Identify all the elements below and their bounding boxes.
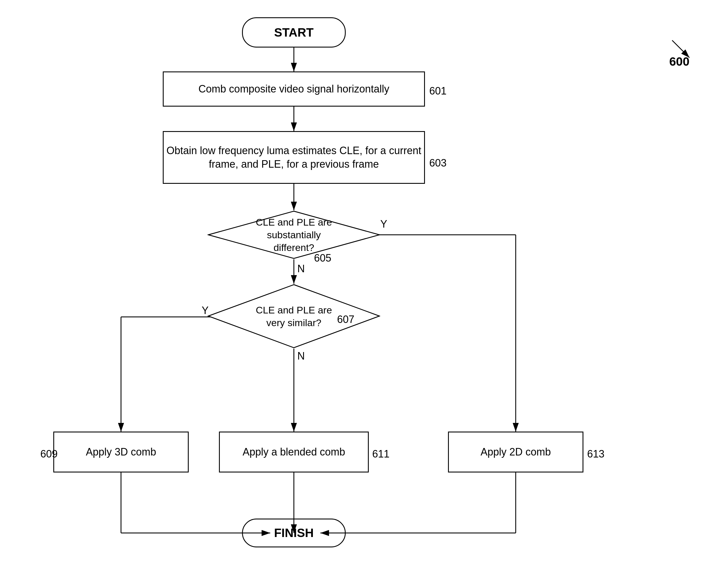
step-609-label: Apply 3D comb	[86, 446, 156, 458]
ref-601: 601	[429, 85, 447, 97]
step-603: Obtain low frequency luma estimates CLE,…	[163, 131, 425, 184]
svg-text:Y: Y	[380, 218, 387, 230]
ref-607: 607	[337, 313, 354, 326]
step-601-label: Comb composite video signal horizontally	[198, 83, 389, 95]
decision-605: CLE and PLE are substantially different?	[208, 210, 380, 259]
ref-605: 605	[314, 252, 331, 264]
ref-611: 611	[372, 448, 389, 460]
svg-text:N: N	[297, 263, 305, 275]
step-611-label: Apply a blended comb	[242, 446, 345, 458]
svg-text:N: N	[297, 350, 305, 362]
start-node: START	[242, 17, 346, 47]
decision-607-label: CLE and PLE are very similar?	[256, 304, 332, 328]
ref-603: 603	[429, 157, 447, 169]
step-601: Comb composite video signal horizontally	[163, 71, 425, 107]
step-611: Apply a blended comb	[219, 432, 369, 472]
ref-arrow-600	[643, 38, 701, 72]
diagram-container: Y N Y N START Comb composite video signa…	[0, 0, 724, 588]
step-613-label: Apply 2D comb	[481, 446, 551, 458]
start-label: START	[274, 26, 314, 40]
step-603-label: Obtain low frequency luma estimates CLE,…	[164, 144, 424, 171]
ref-613: 613	[587, 448, 604, 460]
step-613: Apply 2D comb	[448, 432, 583, 472]
finish-node: FINISH	[242, 519, 346, 547]
decision-605-label: CLE and PLE are substantially different?	[256, 217, 332, 253]
svg-line-21	[672, 40, 689, 58]
finish-label: FINISH	[274, 526, 314, 540]
ref-609: 609	[40, 448, 58, 460]
step-609: Apply 3D comb	[53, 432, 189, 472]
